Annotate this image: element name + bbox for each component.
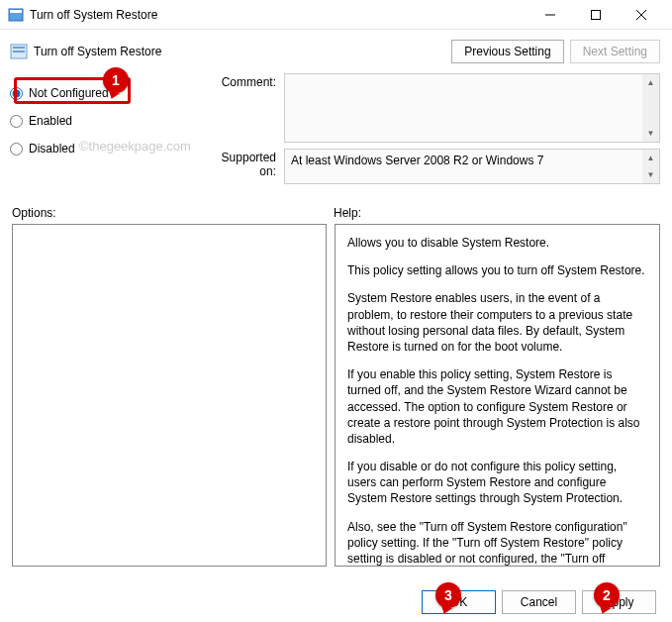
help-paragraph: Also, see the "Turn off System Restore c…	[347, 519, 647, 567]
help-paragraph: System Restore enables users, in the eve…	[347, 290, 647, 355]
options-panel	[12, 224, 327, 567]
annotation-callout-1: 1	[103, 67, 129, 93]
cancel-button[interactable]: Cancel	[502, 590, 576, 614]
comment-label: Comment:	[203, 73, 284, 143]
supported-on-text: At least Windows Server 2008 R2 or Windo…	[291, 154, 543, 167]
scroll-up-icon[interactable]: ▲	[642, 150, 659, 166]
titlebar: Turn off System Restore	[0, 0, 672, 30]
disabled-label: Disabled	[29, 142, 75, 156]
help-heading: Help:	[334, 206, 660, 220]
scroll-down-icon[interactable]: ▼	[642, 166, 659, 183]
supported-on-label: Supported on:	[203, 149, 284, 184]
svg-rect-1	[10, 10, 22, 13]
help-paragraph: Allows you to disable System Restore.	[347, 235, 647, 251]
supported-on-box: At least Windows Server 2008 R2 or Windo…	[284, 149, 660, 184]
svg-rect-8	[13, 51, 25, 52]
config-area: Not Configured Enabled Disabled Comment:…	[0, 69, 672, 190]
options-heading: Options:	[12, 206, 334, 220]
help-paragraph: This policy setting allows you to turn o…	[347, 262, 647, 278]
annotation-callout-2: 2	[594, 582, 620, 608]
comment-input[interactable]: ▲ ▼	[284, 73, 660, 143]
enabled-radio[interactable]	[10, 115, 23, 128]
help-paragraph: If you enable this policy setting, Syste…	[347, 366, 647, 447]
scroll-up-icon[interactable]: ▲	[642, 74, 659, 91]
radio-column: Not Configured Enabled Disabled	[10, 73, 203, 190]
disabled-radio[interactable]	[10, 143, 23, 156]
header-row: Turn off System Restore Previous Setting…	[0, 30, 672, 69]
maximize-button[interactable]	[573, 0, 619, 30]
policy-title: Turn off System Restore	[34, 45, 445, 58]
previous-setting-button[interactable]: Previous Setting	[451, 40, 563, 63]
minimize-button[interactable]	[528, 0, 573, 30]
next-setting-button: Next Setting	[570, 40, 660, 63]
help-paragraph: If you disable or do not configure this …	[347, 459, 647, 507]
annotation-callout-3: 3	[435, 582, 461, 608]
scroll-down-icon[interactable]: ▼	[642, 125, 659, 142]
svg-rect-7	[13, 47, 25, 49]
window-title: Turn off System Restore	[30, 8, 528, 22]
policy-icon	[10, 43, 28, 60]
enabled-label: Enabled	[29, 114, 72, 128]
app-icon	[8, 7, 24, 23]
help-panel: Allows you to disable System Restore. Th…	[335, 224, 660, 567]
svg-rect-3	[592, 10, 601, 19]
close-button[interactable]	[619, 0, 664, 30]
